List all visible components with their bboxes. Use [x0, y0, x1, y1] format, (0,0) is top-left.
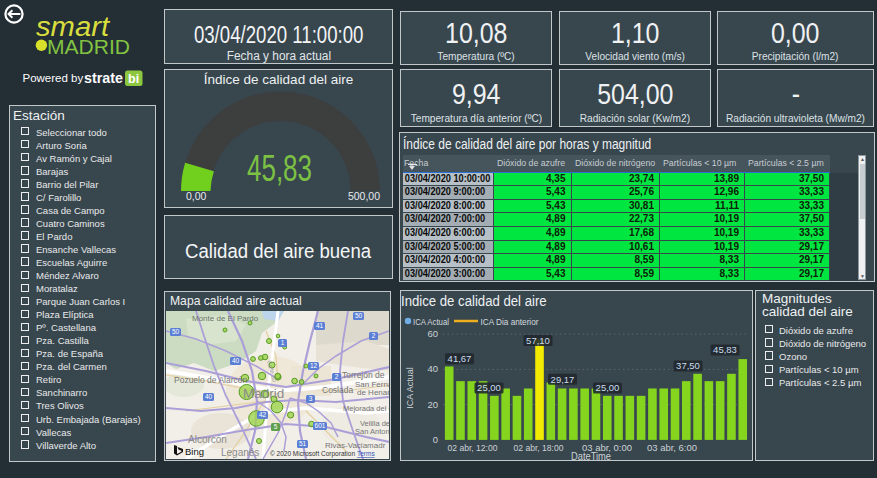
svg-text:45,83: 45,83 — [713, 344, 737, 355]
svg-text:29,17: 29,17 — [551, 374, 575, 385]
svg-text:40: 40 — [205, 393, 213, 400]
svg-text:Torrejón de: Torrejón de — [342, 370, 385, 380]
svg-text:bi: bi — [128, 72, 139, 86]
svg-text:Pozuelo de Alarcón: Pozuelo de Alarcón — [174, 375, 248, 385]
svg-text:5: 5 — [274, 423, 278, 430]
svg-text:Powered by: Powered by — [23, 72, 84, 84]
svg-text:de Henar: de Henar — [357, 388, 389, 397]
svg-text:DateTime: DateTime — [571, 451, 611, 460]
svg-text:Bing: Bing — [185, 446, 204, 457]
svg-text:Madrid: Madrid — [243, 386, 284, 401]
svg-text:ICA Actual: ICA Actual — [413, 317, 449, 327]
svg-text:25,00: 25,00 — [477, 382, 501, 393]
svg-text:50: 50 — [172, 328, 180, 335]
svg-text:ICA Actual: ICA Actual — [405, 367, 415, 409]
svg-text:Coslada: Coslada — [322, 385, 353, 395]
svg-text:1: 1 — [281, 339, 285, 346]
svg-text:ICA Dia anterior: ICA Dia anterior — [481, 317, 539, 327]
svg-text:41: 41 — [316, 322, 324, 329]
svg-text:25,00: 25,00 — [596, 382, 620, 393]
svg-text:37,50: 37,50 — [676, 360, 700, 371]
svg-text:40: 40 — [232, 357, 240, 364]
svg-text:02 abr, 12:00: 02 abr, 12:00 — [448, 442, 498, 453]
svg-text:© 2020 Microsoft Corporation: © 2020 Microsoft Corporation — [270, 450, 355, 458]
svg-text:Mejorada del (: Mejorada del ( — [343, 404, 389, 413]
svg-text:2: 2 — [372, 332, 376, 339]
svg-text:12: 12 — [310, 362, 318, 369]
svg-text:Rivas-Vaciamadr: Rivas-Vaciamadr — [325, 441, 386, 450]
svg-text:Leganés: Leganés — [221, 447, 259, 458]
svg-text:San Antoni: San Antoni — [355, 427, 389, 436]
svg-text:601: 601 — [315, 422, 326, 429]
svg-text:500,00: 500,00 — [348, 190, 380, 202]
svg-text:Monte de El Pardo: Monte de El Pardo — [192, 314, 259, 323]
svg-text:03 abr, 6:00: 03 abr, 6:00 — [647, 442, 697, 453]
svg-text:45,83: 45,83 — [247, 148, 312, 189]
svg-text:20: 20 — [427, 399, 438, 410]
svg-text:2: 2 — [335, 373, 339, 380]
svg-text:40: 40 — [427, 363, 438, 374]
svg-text:51: 51 — [299, 440, 307, 447]
svg-text:60: 60 — [427, 328, 438, 339]
svg-text:41,67: 41,67 — [448, 353, 472, 364]
svg-text:Alcorcón: Alcorcón — [188, 434, 227, 445]
svg-text:strate: strate — [84, 69, 123, 86]
svg-text:42: 42 — [259, 411, 267, 418]
svg-text:50: 50 — [355, 312, 363, 319]
svg-text:0: 0 — [433, 434, 438, 445]
svg-text:3: 3 — [309, 395, 313, 402]
svg-text:02 abr, 18:00: 02 abr, 18:00 — [514, 442, 564, 453]
svg-text:Terms: Terms — [357, 450, 375, 457]
svg-text:0,00: 0,00 — [186, 190, 207, 202]
svg-text:MADRID: MADRID — [47, 35, 130, 58]
svg-text:57,10: 57,10 — [526, 335, 550, 346]
